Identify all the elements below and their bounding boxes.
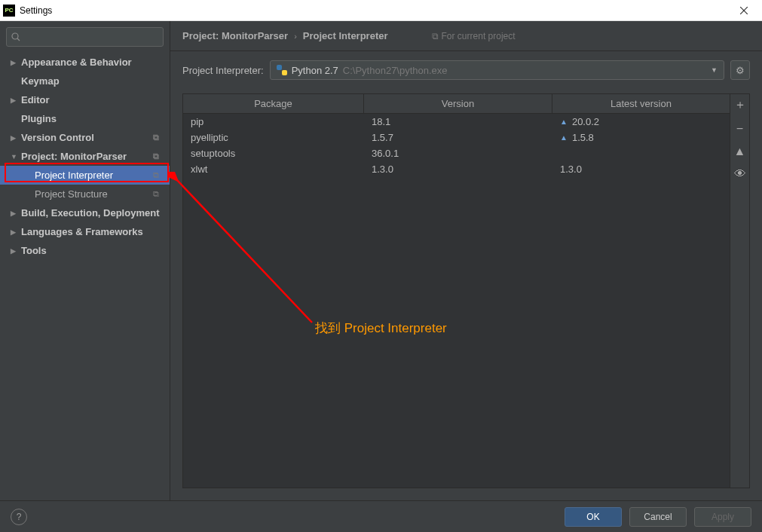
search-icon xyxy=(11,32,20,41)
cell-version: 18.1 xyxy=(364,114,552,130)
project-scope-icon: ⧉ xyxy=(153,133,164,143)
tree-item-editor[interactable]: ▶Editor xyxy=(0,90,170,109)
cell-version: 1.3.0 xyxy=(364,161,552,177)
upgrade-available-icon: ▲ xyxy=(560,118,568,126)
tree-item-label: Version Control xyxy=(21,132,153,143)
tree-item-version-control[interactable]: ▶Version Control⧉ xyxy=(0,128,170,147)
tree-item-label: Project Interpreter xyxy=(35,170,153,181)
cell-latest: 1.3.0 xyxy=(552,161,730,177)
svg-line-3 xyxy=(17,38,20,41)
settings-content: Project: MonitorParser › Project Interpr… xyxy=(170,21,762,500)
svg-point-2 xyxy=(12,33,18,39)
table-row[interactable]: pyelliptic1.5.7▲1.5.8 xyxy=(183,130,730,145)
tree-item-label: Tools xyxy=(21,245,164,256)
cell-latest-value: 1.5.8 xyxy=(572,132,594,143)
tree-item-appearance-behavior[interactable]: ▶Appearance & Behavior xyxy=(0,53,170,72)
cell-latest: ▲20.0.2 xyxy=(552,114,730,130)
tree-item-label: Project: MonitorParser xyxy=(21,151,153,162)
settings-tree: ▶Appearance & Behavior▶Keymap▶Editor▶Plu… xyxy=(0,50,170,500)
titlebar: PC Settings xyxy=(0,0,762,21)
cell-latest: ▲1.5.8 xyxy=(552,130,730,145)
tree-item-build-execution-deployment[interactable]: ▶Build, Execution, Deployment xyxy=(0,203,170,222)
tree-item-project-structure[interactable]: ▶Project Structure⧉ xyxy=(0,185,170,203)
tree-item-tools[interactable]: ▶Tools xyxy=(0,241,170,260)
ok-button[interactable]: OK xyxy=(565,507,622,527)
tree-item-project-interpreter[interactable]: ▶Project Interpreter⧉ xyxy=(0,166,170,185)
package-tools: ＋ − ▲ 👁 xyxy=(730,94,749,488)
interpreter-name: Python 2.7 xyxy=(292,65,338,76)
breadcrumb: Project: MonitorParser › Project Interpr… xyxy=(170,21,762,51)
table-row[interactable]: pip18.1▲20.0.2 xyxy=(183,114,730,130)
breadcrumb-project: Project: MonitorParser xyxy=(182,30,288,41)
apply-button[interactable]: Apply xyxy=(694,507,751,527)
breadcrumb-page: Project Interpreter xyxy=(303,30,388,41)
chevron-right-icon: ▶ xyxy=(11,209,20,217)
interpreter-row: Project Interpreter: Python 2.7 C:\Pytho… xyxy=(170,51,762,89)
chevron-right-icon: ▶ xyxy=(11,96,20,104)
cell-package: pip xyxy=(183,114,364,130)
tree-item-languages-frameworks[interactable]: ▶Languages & Frameworks xyxy=(0,222,170,241)
cell-package: xlwt xyxy=(183,161,364,177)
tree-item-label: Plugins xyxy=(21,113,164,124)
window-title: Settings xyxy=(20,5,729,16)
interpreter-label: Project Interpreter: xyxy=(182,65,264,76)
table-row[interactable]: setuptools36.0.1 xyxy=(183,145,730,161)
tree-item-keymap[interactable]: ▶Keymap xyxy=(0,72,170,90)
chevron-right-icon: › xyxy=(294,32,297,41)
cell-latest xyxy=(552,145,730,161)
header-version[interactable]: Version xyxy=(364,94,552,113)
cell-latest-value: 1.3.0 xyxy=(560,164,582,175)
tree-item-label: Editor xyxy=(21,94,164,105)
remove-package-button[interactable]: − xyxy=(733,122,748,136)
header-package[interactable]: Package xyxy=(183,94,364,113)
settings-sidebar: ▶Appearance & Behavior▶Keymap▶Editor▶Plu… xyxy=(0,21,170,500)
tree-item-plugins[interactable]: ▶Plugins xyxy=(0,109,170,128)
packages-table-wrap: Package Version Latest version pip18.1▲2… xyxy=(182,93,750,488)
search-input[interactable] xyxy=(6,27,164,47)
gear-icon: ⚙ xyxy=(736,65,745,76)
tree-item-project-monitorparser[interactable]: ▼Project: MonitorParser⧉ xyxy=(0,147,170,166)
chevron-right-icon: ▶ xyxy=(11,247,20,255)
dialog-buttons: ? OK Cancel Apply xyxy=(0,500,762,532)
cancel-button[interactable]: Cancel xyxy=(629,507,687,527)
chevron-right-icon: ▶ xyxy=(11,134,20,142)
cell-package: pyelliptic xyxy=(183,130,364,145)
table-row[interactable]: xlwt1.3.01.3.0 xyxy=(183,161,730,177)
tree-item-label: Languages & Frameworks xyxy=(21,226,164,237)
cell-version: 1.5.7 xyxy=(364,130,552,145)
interpreter-settings-button[interactable]: ⚙ xyxy=(730,60,750,80)
help-button[interactable]: ? xyxy=(11,509,27,525)
cell-package: setuptools xyxy=(183,145,364,161)
show-early-releases-button[interactable]: 👁 xyxy=(733,167,748,181)
scope-hint-text: For current project xyxy=(442,31,516,41)
chevron-right-icon: ▶ xyxy=(11,59,20,66)
project-scope-icon: ⧉ xyxy=(153,170,164,181)
tree-item-label: Build, Execution, Deployment xyxy=(21,207,164,219)
tree-item-label: Project Structure xyxy=(35,188,153,200)
header-latest[interactable]: Latest version xyxy=(552,94,730,113)
tree-item-label: Appearance & Behavior xyxy=(21,57,164,68)
table-body: pip18.1▲20.0.2pyelliptic1.5.7▲1.5.8setup… xyxy=(183,114,730,488)
project-scope-icon: ⧉ xyxy=(153,189,164,200)
upgrade-package-button[interactable]: ▲ xyxy=(733,145,748,158)
table-header: Package Version Latest version xyxy=(183,94,730,114)
chevron-right-icon: ▶ xyxy=(11,228,20,236)
chevron-down-icon: ▼ xyxy=(11,153,20,161)
python-icon xyxy=(277,65,287,75)
project-scope-icon: ⧉ xyxy=(153,151,164,162)
tree-item-label: Keymap xyxy=(21,75,164,87)
packages-table: Package Version Latest version pip18.1▲2… xyxy=(183,94,730,488)
cell-latest-value: 20.0.2 xyxy=(572,116,599,127)
cell-version: 36.0.1 xyxy=(364,145,552,161)
pycharm-logo-icon: PC xyxy=(3,5,15,17)
interpreter-select[interactable]: Python 2.7 C:\Python27\python.exe ▼ xyxy=(270,60,724,80)
copy-icon: ⧉ xyxy=(432,31,439,41)
chevron-down-icon: ▼ xyxy=(711,66,718,74)
upgrade-available-icon: ▲ xyxy=(560,133,568,142)
interpreter-path: C:\Python27\python.exe xyxy=(343,65,448,76)
add-package-button[interactable]: ＋ xyxy=(733,97,748,113)
close-button[interactable] xyxy=(729,0,759,21)
scope-hint: ⧉ For current project xyxy=(432,31,516,41)
